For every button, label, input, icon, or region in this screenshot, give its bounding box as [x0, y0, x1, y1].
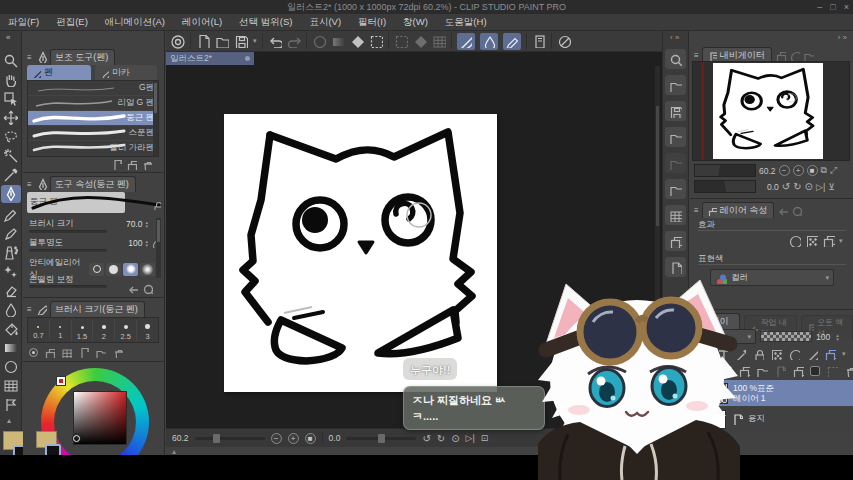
status-rotation-value[interactable]: 0.0 — [329, 433, 341, 443]
blend-tool-icon[interactable] — [3, 302, 18, 317]
nav-rotate-right-icon[interactable]: ↻ — [793, 181, 801, 192]
canvas-tab-dot-icon[interactable] — [245, 56, 250, 61]
reference-layer-icon[interactable] — [824, 348, 836, 360]
layer2-name[interactable]: 용지 — [748, 413, 765, 425]
size-cell[interactable]: 0.7 — [28, 320, 50, 340]
brush-tool-icon[interactable] — [3, 226, 18, 241]
layer-opacity-value[interactable]: 100 — [816, 332, 830, 342]
navigator-view[interactable] — [692, 61, 850, 161]
size-trash-icon[interactable] — [112, 347, 123, 358]
dock-item-material-1[interactable] — [665, 75, 686, 95]
dock-item-material-5[interactable] — [665, 179, 686, 199]
transfer-layer-icon[interactable] — [774, 365, 786, 377]
hue-ring-selector[interactable] — [57, 377, 65, 385]
info-tab-icon[interactable] — [803, 50, 814, 61]
sv-square[interactable] — [73, 391, 127, 445]
brush-item-calligraphy[interactable]: 캘리 가라펜 — [28, 141, 158, 155]
combine-layer-icon[interactable] — [792, 365, 804, 377]
size-add-icon[interactable] — [78, 347, 89, 358]
layer-opacity-spinner[interactable]: ▴▾ — [836, 333, 839, 341]
toolprop-scrollbar[interactable] — [156, 218, 161, 278]
brushsize-menu-icon[interactable]: ≡ — [27, 305, 32, 314]
navigator-zoom-value[interactable]: 60.2 — [759, 166, 776, 176]
brush-item-round-pen[interactable]: 둥근 펜 — [28, 111, 158, 126]
dock-item-material-2[interactable] — [665, 101, 686, 121]
zoom-reset-button[interactable]: ■ — [305, 433, 316, 444]
hand-tool-icon[interactable] — [3, 72, 18, 87]
gradient-tool-icon[interactable] — [3, 340, 18, 355]
eyedropper-tool-icon[interactable] — [3, 167, 18, 182]
decoration-tool-icon[interactable] — [3, 264, 18, 279]
dock-item-quick-access[interactable] — [665, 49, 686, 69]
size-cell[interactable]: 1 — [50, 320, 72, 341]
pencil-tool-icon[interactable] — [3, 207, 18, 222]
operation-tool-icon[interactable] — [3, 91, 18, 106]
zoom-tool-icon[interactable] — [3, 53, 18, 68]
menu-view[interactable]: 표시(V) — [309, 16, 341, 29]
add-subtool-icon[interactable] — [111, 159, 122, 170]
dock-item-material-7[interactable] — [665, 231, 686, 251]
animation-tab-icon[interactable] — [777, 205, 788, 216]
nav-flip-h-icon[interactable]: ▷| — [816, 182, 825, 192]
opacity-value[interactable]: 100 — [128, 238, 142, 248]
dock-item-material-8[interactable] — [665, 257, 686, 277]
menu-selection[interactable]: 선택 범위(S) — [239, 16, 292, 29]
navigator-menu-icon[interactable]: ≡ — [694, 51, 699, 60]
effect-tone-icon[interactable] — [805, 234, 818, 247]
airbrush-tool-icon[interactable] — [3, 245, 18, 260]
nav-mirror-icon[interactable]: ⊻ — [828, 182, 835, 192]
pen-tool-selected[interactable] — [1, 185, 21, 203]
save-chevron-icon[interactable]: ▾ — [253, 37, 257, 45]
dock-collapse-icon[interactable]: ‹ » — [663, 31, 688, 46]
zoom-in-button[interactable]: + — [288, 433, 299, 444]
collapse-left-icon[interactable]: « — [6, 33, 10, 42]
rotate-left-icon[interactable]: ↺ — [422, 433, 430, 444]
nav-rotate-histogram[interactable] — [694, 180, 756, 193]
dock-item-material-6[interactable] — [665, 205, 686, 225]
dock-item-material-4[interactable] — [665, 153, 686, 173]
open-file-icon[interactable] — [215, 34, 229, 48]
panel-collapse-icon[interactable]: › » — [838, 33, 847, 42]
frame-tool-icon[interactable] — [3, 378, 18, 393]
layerprop-menu-icon[interactable]: ≡ — [694, 206, 699, 215]
layer-icons-chevron[interactable]: ▾ — [842, 350, 846, 358]
brush-size-value[interactable]: 70.0 — [126, 219, 143, 229]
brush-item-gpen[interactable]: G펜 — [28, 81, 158, 96]
mask-create-icon[interactable] — [826, 365, 838, 377]
brush-item-real-gpen[interactable]: 리얼 G 펜 — [28, 96, 158, 111]
status-zoom-value[interactable]: 60.2 — [172, 433, 189, 443]
toolprop-reset-icon[interactable] — [127, 283, 138, 294]
clear-icon[interactable] — [312, 34, 326, 48]
select-all-icon[interactable] — [369, 34, 383, 48]
zoom-out-button[interactable]: − — [271, 433, 282, 444]
menu-window[interactable]: 창(W) — [403, 16, 428, 29]
duplicate-subtool-icon[interactable] — [126, 159, 137, 170]
nav-flip-icon[interactable]: ⧉ — [821, 165, 827, 176]
opacity-spinner[interactable]: ▴▾ — [145, 239, 148, 247]
subtool-menu-icon[interactable]: ≡ — [27, 53, 32, 62]
sv-selector[interactable] — [73, 435, 80, 442]
redo-icon[interactable] — [287, 34, 301, 48]
menu-help[interactable]: 도움말(H) — [445, 16, 487, 29]
brush-size-slider[interactable] — [29, 230, 107, 233]
flip-horizontal-icon[interactable]: ▷| — [466, 433, 475, 443]
invert-selection-icon[interactable] — [413, 34, 427, 48]
size-cell[interactable]: 1.5 — [72, 320, 94, 341]
size-view2-icon[interactable] — [61, 347, 72, 358]
nav-rotate-left-icon[interactable]: ↺ — [782, 181, 790, 192]
subtool-tab-pen[interactable]: 펜 — [27, 65, 91, 80]
itembank-tab-icon[interactable] — [789, 50, 800, 61]
selection-border-icon[interactable] — [432, 34, 446, 48]
ruler-layer-icon[interactable] — [806, 348, 818, 360]
menu-file[interactable]: 파일(F) — [8, 16, 39, 29]
toolprop-detail-icon[interactable] — [142, 283, 153, 294]
clip-studio-icon[interactable] — [170, 34, 185, 49]
save-file-icon[interactable] — [234, 34, 248, 48]
new-file-icon[interactable] — [196, 34, 210, 48]
opacity-slider[interactable] — [29, 249, 107, 252]
toolprop-menu-icon[interactable]: ≡ — [27, 180, 32, 189]
size-display-dot-icon[interactable] — [29, 348, 38, 357]
rotate-right-icon[interactable]: ↻ — [437, 433, 445, 444]
snap-guide-button[interactable] — [503, 33, 521, 50]
nav-zoom-reset-button[interactable]: ■ — [807, 165, 818, 176]
